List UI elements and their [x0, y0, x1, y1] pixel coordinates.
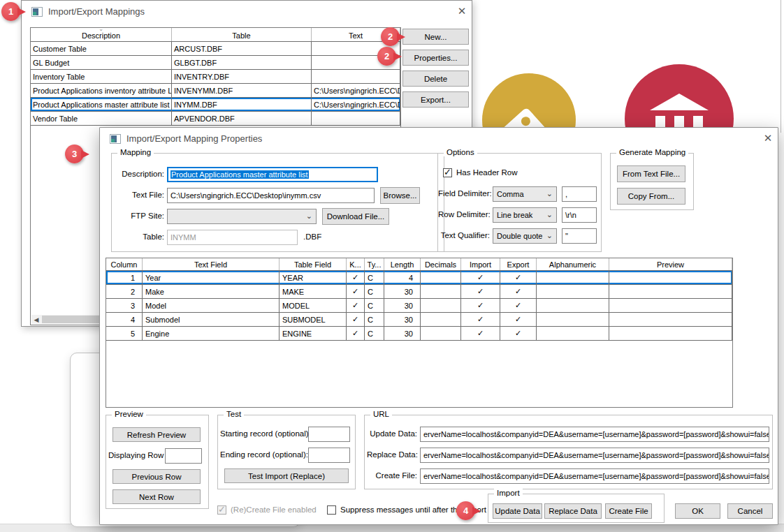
grid-cell[interactable]: [537, 271, 609, 284]
mapping-cell[interactable]: ARCUST.DBF: [172, 42, 312, 55]
checkmark-cell[interactable]: ✓: [347, 299, 365, 312]
mapping-cell[interactable]: INVENTRY.DBF: [172, 70, 312, 83]
replace-data-button[interactable]: Replace Data: [544, 503, 602, 519]
checkmark-cell[interactable]: ✓: [500, 271, 537, 284]
columns-grid[interactable]: ColumnText FieldTable FieldK...Ty...Leng…: [106, 258, 733, 408]
grid-cell[interactable]: [609, 271, 732, 284]
grid-column-header[interactable]: Preview: [609, 258, 732, 270]
description-input[interactable]: Product Applications master attribute li…: [167, 167, 378, 182]
text-file-input[interactable]: C:\Users\ngingrich.ECC\Desktop\inymm.csv: [167, 188, 375, 203]
cancel-button[interactable]: Cancel: [727, 503, 773, 519]
previous-row-button[interactable]: Previous Row: [112, 469, 201, 484]
grid-cell[interactable]: Submodel: [143, 313, 280, 326]
grid-cell[interactable]: 2: [106, 285, 143, 298]
checkmark-cell[interactable]: ✓: [461, 285, 500, 298]
mapping-cell[interactable]: [312, 112, 400, 125]
ftp-site-select[interactable]: ⌄: [167, 209, 317, 224]
checkmark-cell[interactable]: ✓: [500, 285, 537, 298]
mapping-cell[interactable]: Customer Table: [31, 42, 172, 55]
refresh-preview-button[interactable]: Refresh Preview: [112, 427, 201, 442]
mapping-row[interactable]: Vendor TableAPVENDOR.DBF: [31, 112, 400, 126]
grid-column-header[interactable]: Text Field: [143, 258, 280, 270]
grid-cell[interactable]: C: [365, 271, 384, 284]
grid-cell[interactable]: 1: [106, 271, 143, 284]
mapping-cell[interactable]: Vendor Table: [31, 112, 172, 125]
grid-cell[interactable]: [537, 299, 609, 312]
grid-cell[interactable]: SUBMODEL: [280, 313, 347, 326]
grid-column-header[interactable]: Column: [106, 258, 143, 270]
grid-column-header[interactable]: K...: [347, 258, 365, 270]
create-file-url-input[interactable]: erverName=localhost&companyid=DEA&userna…: [420, 468, 769, 484]
grid-row[interactable]: 5EngineENGINE✓C30✓✓: [106, 327, 732, 341]
list-column-header[interactable]: Description⌄: [31, 28, 172, 41]
checkmark-cell[interactable]: ✓: [500, 313, 537, 326]
checkmark-cell[interactable]: ✓: [347, 313, 365, 326]
checkmark-cell[interactable]: ✓: [347, 271, 365, 284]
grid-cell[interactable]: [609, 299, 732, 312]
properties-button[interactable]: Properties...: [402, 50, 469, 66]
mapping-cell[interactable]: GLBGT.DBF: [172, 56, 312, 69]
grid-cell[interactable]: C: [365, 285, 384, 298]
grid-cell[interactable]: 4: [106, 313, 143, 326]
mapping-cell[interactable]: INYMM.DBF: [172, 98, 312, 111]
grid-cell[interactable]: [537, 285, 609, 298]
grid-cell[interactable]: MAKE: [280, 285, 347, 298]
grid-cell[interactable]: 30: [384, 313, 421, 326]
mapping-cell[interactable]: C:\Users\ngingrich.ECC\D: [312, 84, 400, 97]
row-delimiter-char-input[interactable]: \r\n: [562, 207, 597, 223]
field-delimiter-select[interactable]: Comma ⌄: [493, 186, 557, 202]
grid-cell[interactable]: 30: [384, 299, 421, 312]
grid-cell[interactable]: [421, 299, 461, 312]
displaying-row-input[interactable]: [165, 448, 202, 464]
grid-cell[interactable]: 30: [384, 327, 421, 340]
grid-row[interactable]: 2MakeMAKE✓C30✓✓: [106, 285, 732, 299]
grid-cell[interactable]: Make: [143, 285, 280, 298]
grid-cell[interactable]: C: [365, 327, 384, 340]
grid-row[interactable]: 1YearYEAR✓C4✓✓: [106, 271, 732, 285]
checkmark-cell[interactable]: ✓: [461, 327, 500, 340]
mapping-row[interactable]: Product Applications master attribute li…: [31, 98, 400, 112]
row-delimiter-select[interactable]: Line break ⌄: [493, 207, 557, 223]
mapping-cell[interactable]: [312, 70, 400, 83]
list-column-header[interactable]: Table: [172, 28, 312, 41]
grid-cell[interactable]: C: [365, 313, 384, 326]
next-row-button[interactable]: Next Row: [112, 489, 201, 504]
ok-button[interactable]: OK: [675, 503, 720, 519]
mapping-cell[interactable]: Inventory Table: [31, 70, 172, 83]
mapping-row[interactable]: Inventory TableINVENTRY.DBF: [31, 70, 400, 84]
mapping-cell[interactable]: INVENYMM.DBF: [172, 84, 312, 97]
checkmark-cell[interactable]: ✓: [461, 313, 500, 326]
grid-column-header[interactable]: Table Field: [280, 258, 347, 270]
checkmark-cell[interactable]: ✓: [500, 327, 537, 340]
mapping-row[interactable]: GL BudgetGLBGT.DBF: [31, 56, 400, 70]
grid-cell[interactable]: 4: [384, 271, 421, 284]
checkmark-cell[interactable]: ✓: [347, 285, 365, 298]
grid-row[interactable]: 3ModelMODEL✓C30✓✓: [106, 299, 732, 313]
suppress-messages-checkbox[interactable]: [327, 505, 336, 515]
mapping-cell[interactable]: Product Applications inventory attribute…: [31, 84, 172, 97]
browse-button[interactable]: Browse...: [380, 187, 420, 204]
starting-record-input[interactable]: [308, 427, 350, 442]
test-import-replace-button[interactable]: Test Import (Replace): [224, 468, 349, 483]
mapping-cell[interactable]: GL Budget: [31, 56, 172, 69]
grid-cell[interactable]: [537, 327, 609, 340]
grid-cell[interactable]: [609, 327, 732, 340]
grid-column-header[interactable]: Ty...: [365, 258, 384, 270]
checkmark-cell[interactable]: ✓: [461, 299, 500, 312]
grid-cell[interactable]: [421, 271, 461, 284]
grid-cell[interactable]: C: [365, 299, 384, 312]
replace-data-url-input[interactable]: erverName=localhost&companyid=DEA&userna…: [420, 448, 769, 463]
export-button[interactable]: Export...: [402, 91, 469, 108]
close-icon[interactable]: ✕: [455, 5, 469, 17]
grid-cell[interactable]: YEAR: [280, 271, 347, 284]
grid-cell[interactable]: 30: [384, 285, 421, 298]
grid-cell[interactable]: Model: [143, 299, 280, 312]
copy-from-button[interactable]: Copy From...: [617, 188, 685, 205]
delete-button[interactable]: Delete: [402, 71, 469, 87]
grid-cell[interactable]: Engine: [143, 327, 280, 340]
grid-cell[interactable]: MODEL: [280, 299, 347, 312]
update-data-button[interactable]: Update Data: [493, 503, 542, 519]
grid-row[interactable]: 4SubmodelSUBMODEL✓C30✓✓: [106, 313, 732, 327]
new-button[interactable]: New...: [402, 29, 469, 45]
update-data-url-input[interactable]: erverName=localhost&companyid=DEA&userna…: [420, 427, 769, 442]
